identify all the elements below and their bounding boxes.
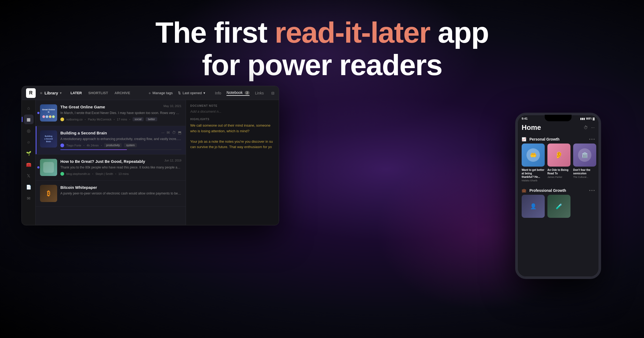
professional-growth-label: Professional Growth	[529, 188, 566, 193]
card-image-ode: 👂	[547, 144, 570, 167]
right-panel-tabs: Info Notebook 2 Links ⊟	[215, 90, 275, 96]
tag-icon: ⟐	[149, 91, 151, 95]
mobile-section-menu[interactable]	[589, 139, 595, 140]
article-thumbnail: ₿	[40, 185, 57, 202]
source-icon	[60, 172, 64, 176]
sidebar-item-mail[interactable]: ✉	[24, 193, 34, 203]
active-indicator	[22, 117, 23, 122]
mobile-cards-personal-growth: 🤲 Want to get better at being thankful? …	[517, 144, 599, 182]
notebook-badge: 2	[245, 91, 250, 95]
article-item-second-brain[interactable]: Buildinga SecondBrain Building a Second …	[36, 126, 186, 155]
card-image-semicolon: 🏛️	[573, 144, 596, 167]
article-item-bitcoin[interactable]: ₿ Bitcoin Whitepaper A purely peer-to-pe…	[36, 181, 186, 207]
source-icon	[60, 117, 64, 121]
doc-note-input[interactable]: Add a document n...	[190, 109, 275, 113]
article-meta: notboring.co • Packy McCormick • 17 mins…	[60, 117, 181, 121]
author-name: Packy McCormick	[88, 118, 111, 121]
tag-social[interactable]: social	[133, 117, 144, 121]
mobile-card-semicolon[interactable]: 🏛️ Don't fear the semicolon The Cultural…	[573, 144, 596, 182]
unread-dot	[37, 112, 39, 114]
sidebar-item-search[interactable]: ⌕	[24, 137, 34, 147]
article-title: Bitcoin Whitepaper	[60, 185, 181, 190]
author-name: Steph | Smith	[96, 172, 113, 175]
tab-links[interactable]: Links	[255, 91, 264, 95]
card-image-thankful: 🤲	[522, 144, 545, 167]
sidebar-item-home[interactable]: ⌂	[24, 103, 34, 113]
app-topbar: R ≡ Library ▾ LATER SHORTLIST ARCHIVE ⟐ …	[22, 86, 279, 100]
tag-system[interactable]: system	[124, 143, 137, 147]
highlight-text: We call someone out of their mind insa­n…	[190, 123, 275, 134]
source-name: Tiago Forte	[66, 144, 81, 147]
app-tabs: LATER SHORTLIST ARCHIVE	[68, 90, 133, 96]
article-date: Jun 12, 2019	[164, 159, 181, 162]
progress-bar	[60, 149, 127, 150]
source-name: blog.stephsmith.io	[66, 172, 90, 175]
doc-note-label: DOCUMENT NOTE	[190, 104, 275, 107]
sidebar-item-twitter[interactable]: 𝕏	[24, 171, 34, 181]
article-item-online-game[interactable]: Great Online G The Great Online Game	[36, 100, 186, 126]
article-meta: Tiago Forte • 4h 24min • productivity sy…	[60, 143, 181, 147]
sidebar-item-plant[interactable]: 🌱	[24, 148, 34, 158]
hero-section: The first read-it-later app for power re…	[0, 16, 644, 81]
layout-icon[interactable]: ⊟	[271, 91, 275, 95]
tag-productivity[interactable]: productivity	[104, 143, 122, 147]
email-icon[interactable]: ✉	[167, 130, 170, 135]
sort-icon: ⇅	[178, 91, 181, 95]
highlight-text-2: Your job as a not­e the notes you're you…	[190, 139, 275, 150]
article-title-row: How to Be Great? Just Be Good, Repeatabl…	[60, 159, 181, 165]
mobile-card-ode[interactable]: 👂 An Ode to Being Read To James Parker	[547, 144, 570, 182]
article-excerpt: Thank you to the 80k people who have rea…	[60, 165, 181, 170]
card-author-ode: James Parker	[547, 176, 570, 178]
professional-growth-icon: 💼	[522, 188, 526, 193]
highlights-section: HIGHLIGHTS We call someone out of their …	[186, 118, 279, 154]
mobile-section-menu-2[interactable]	[589, 190, 595, 191]
article-header: Great Online G The Great Online Game	[40, 104, 181, 122]
read-time: 17 mins	[117, 118, 127, 121]
tab-shortlist[interactable]: SHORTLIST	[86, 90, 111, 96]
more-icon[interactable]: ···	[161, 130, 164, 135]
clock-icon[interactable]: ⏱	[172, 130, 176, 135]
tab-notebook[interactable]: Notebook 2	[226, 90, 250, 96]
sidebar-item-library[interactable]: ▦	[24, 115, 34, 124]
mobile-card-pro-2[interactable]: 🧪	[547, 195, 570, 219]
personal-growth-label: Personal Growth	[529, 137, 559, 141]
mobile-header: Home ⏱ ···	[517, 121, 599, 135]
app-sidebar: ⌂ ▦ ◎ ⌕ 🌱 🧰 𝕏 📄 ✉	[22, 100, 36, 225]
mobile-section-personal-growth: 📈 Personal Growth	[517, 135, 599, 144]
sidebar-item-feed[interactable]: ◎	[24, 126, 34, 135]
battery-icon: ▓	[593, 117, 595, 120]
tab-later[interactable]: LATER	[68, 90, 85, 96]
sidebar-item-tools[interactable]: 🧰	[24, 160, 34, 169]
article-meta: blog.stephsmith.io • Steph | Smith • 13 …	[60, 172, 181, 176]
last-opened-button[interactable]: ⇅ Last opened ▾	[178, 91, 205, 95]
tab-archive[interactable]: ARCHIVE	[112, 90, 133, 96]
card-author-thankful: Malaka Gharib	[522, 179, 545, 182]
article-excerpt: A revolutionary approach to enhancing pr…	[60, 137, 181, 141]
app-topbar-right: ⟐ Manage tags ⇅ Last opened ▾	[149, 91, 205, 95]
archive-icon[interactable]: ⬒	[178, 130, 181, 135]
bars-icon: ≡	[40, 91, 42, 95]
article-date: May 10, 2021	[163, 104, 181, 108]
manage-tags-button[interactable]: ⟐ Manage tags	[149, 91, 173, 95]
mobile-card-thankful[interactable]: 🤲 Want to get better at being thankful? …	[522, 144, 545, 182]
tab-info[interactable]: Info	[215, 91, 221, 95]
article-header: ₿ Bitcoin Whitepaper A purely peer-to-pe…	[40, 185, 181, 202]
sidebar-item-document[interactable]: 📄	[24, 182, 34, 192]
hero-line2: for power readers	[0, 49, 644, 81]
tag-twitter[interactable]: twitter	[146, 117, 157, 121]
highlights-label: HIGHLIGHTS	[190, 118, 275, 121]
mobile-notch	[545, 115, 572, 121]
mobile-header-icons: ⏱ ···	[584, 125, 595, 130]
personal-growth-icon: 📈	[522, 137, 526, 141]
card-image-pro-1: 👤	[522, 195, 545, 218]
progress-bar-container	[60, 149, 181, 150]
article-item-be-great[interactable]: How to Be Great? Just Be Good, Repeatabl…	[36, 155, 186, 181]
library-nav[interactable]: Library ▾	[45, 91, 61, 95]
card-author-semicolon: The Cultural...	[573, 176, 596, 178]
article-thumbnail	[40, 159, 57, 176]
mobile-card-pro-1[interactable]: 👤	[522, 195, 545, 219]
clock-icon[interactable]: ⏱	[584, 125, 588, 130]
article-info: The Great Online Game May 10, 2021 In Ma…	[60, 104, 181, 121]
signal-icon: ▮▮▮	[580, 117, 585, 120]
more-icon[interactable]: ···	[591, 125, 595, 130]
